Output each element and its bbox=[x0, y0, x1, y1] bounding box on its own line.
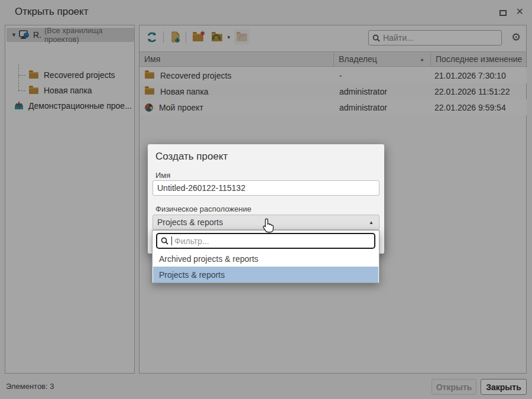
option-projects-selected[interactable]: Projects & reports bbox=[153, 267, 378, 283]
project-name-input[interactable] bbox=[153, 180, 379, 196]
location-select-value: Projects & reports bbox=[157, 218, 223, 227]
name-label: Имя bbox=[155, 171, 170, 180]
search-icon bbox=[161, 237, 168, 245]
location-label: Физическое расположение bbox=[155, 205, 251, 213]
location-dropdown: Archived projects & reports Projects & r… bbox=[152, 230, 379, 283]
location-select[interactable]: Projects & reports ▲ bbox=[153, 215, 379, 230]
dialog-title: Создать проект bbox=[155, 151, 228, 163]
chevron-up-icon: ▲ bbox=[369, 220, 374, 225]
text-caret bbox=[171, 236, 172, 245]
filter-input[interactable] bbox=[174, 236, 371, 246]
option-archived-projects[interactable]: Archived projects & reports bbox=[153, 251, 378, 267]
filter-box bbox=[156, 233, 375, 249]
